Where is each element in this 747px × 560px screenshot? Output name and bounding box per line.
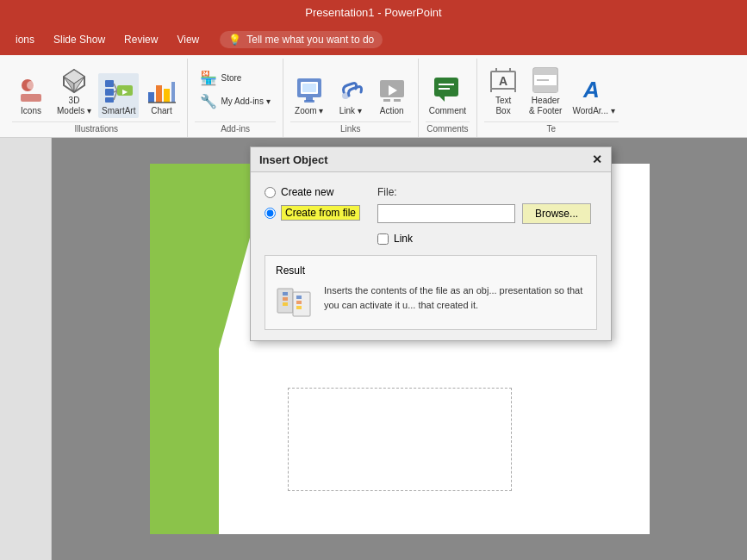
text-box-button[interactable]: A TextBox	[484, 63, 522, 118]
smartart-button[interactable]: ▶ SmartArt	[98, 73, 139, 118]
ribbon-group-illustrations: Icons 3DModels ▾	[5, 59, 188, 137]
svg-point-25	[342, 92, 349, 99]
content-placeholder[interactable]	[288, 388, 512, 491]
create-from-file-label: Create from file	[281, 205, 360, 221]
menu-bar: ions Slide Show Review View 💡 Tell me wh…	[0, 24, 747, 55]
dialog-title-bar: Insert Object ✕	[251, 147, 611, 172]
action-icon	[377, 75, 408, 106]
svg-rect-51	[296, 301, 302, 304]
action-label: Action	[380, 106, 404, 116]
svg-rect-30	[434, 78, 458, 96]
svg-rect-50	[296, 296, 302, 299]
svg-rect-24	[304, 100, 314, 103]
menu-item-view[interactable]: View	[168, 30, 208, 49]
title-bar: Presentation1 - PowerPoint	[0, 0, 747, 24]
result-title: Result	[276, 264, 586, 277]
comment-button[interactable]: Comment	[426, 73, 470, 118]
svg-line-10	[114, 84, 117, 90]
svg-rect-7	[105, 80, 114, 87]
icons-button[interactable]: Icons	[12, 73, 50, 118]
header-footer-button[interactable]: Header& Footer	[526, 63, 565, 118]
slide-canvas[interactable]: Insert Object ✕ Create new Create from f…	[52, 138, 747, 560]
create-from-file-radio[interactable]	[265, 208, 276, 219]
3d-models-label: 3DModels ▾	[57, 96, 91, 116]
insert-object-dialog: Insert Object ✕ Create new Create from f…	[250, 146, 612, 341]
svg-rect-42	[533, 85, 557, 92]
link-icon	[335, 75, 366, 106]
file-input[interactable]	[377, 204, 515, 223]
text-items: A TextBox	[484, 60, 619, 121]
text-box-icon: A	[488, 65, 519, 96]
dialog-body: Create new Create from file File: Browse…	[251, 172, 611, 340]
menu-item-slideshow[interactable]: Slide Show	[45, 30, 114, 49]
svg-rect-8	[105, 89, 114, 96]
svg-text:A: A	[499, 74, 507, 88]
chart-icon	[146, 75, 177, 106]
zoom-icon	[294, 75, 325, 106]
svg-rect-46	[283, 292, 288, 296]
search-box[interactable]: 💡 Tell me what you want to do	[220, 31, 383, 48]
svg-rect-28	[383, 99, 390, 102]
ribbon-group-links: Zoom ▾ Link ▾	[283, 59, 419, 137]
svg-text:▶: ▶	[122, 88, 128, 96]
zoom-button[interactable]: Zoom ▾	[290, 73, 328, 118]
menu-item-review[interactable]: Review	[115, 30, 166, 49]
svg-rect-1	[21, 94, 41, 102]
svg-rect-16	[156, 85, 162, 103]
comment-label: Comment	[429, 106, 466, 116]
ribbon-group-text: A TextBox	[477, 59, 626, 137]
svg-rect-15	[148, 92, 154, 103]
links-group-label: Links	[290, 121, 411, 135]
link-checkbox-row: Link	[377, 233, 591, 245]
addins-items: 🏪 Store 🔧 My Add-ins ▾	[195, 60, 275, 121]
dialog-title: Insert Object	[259, 153, 327, 166]
result-section: Result	[265, 255, 597, 330]
svg-text:A: A	[582, 77, 600, 103]
comment-icon	[432, 75, 463, 106]
header-footer-label: Header& Footer	[529, 96, 562, 116]
dialog-close-icon[interactable]: ✕	[592, 152, 602, 166]
comments-items: Comment	[426, 60, 470, 121]
title-text: Presentation1 - PowerPoint	[305, 6, 441, 19]
svg-rect-47	[283, 297, 288, 301]
smartart-icon: ▶	[103, 75, 134, 106]
smartart-label: SmartArt	[102, 106, 135, 116]
my-addins-button[interactable]: 🔧 My Add-ins ▾	[195, 91, 275, 111]
3d-models-button[interactable]: 3DModels ▾	[53, 63, 95, 118]
svg-rect-52	[296, 306, 302, 309]
ribbon-group-addins: 🏪 Store 🔧 My Add-ins ▾ Add-ins	[188, 59, 283, 137]
store-label: Store	[221, 73, 241, 83]
result-description: Inserts the contents of the file as an o…	[324, 283, 586, 312]
svg-rect-22	[302, 84, 316, 92]
chart-label: Chart	[151, 106, 171, 116]
wordart-button[interactable]: A WordAr... ▾	[569, 73, 618, 118]
store-button[interactable]: 🏪 Store	[195, 68, 246, 88]
slide-area: Insert Object ✕ Create new Create from f…	[0, 138, 747, 560]
text-group-label: Te	[484, 121, 619, 135]
text-box-label: TextBox	[495, 96, 511, 116]
svg-rect-29	[394, 99, 401, 102]
svg-point-2	[27, 81, 35, 90]
link-button[interactable]: Link ▾	[332, 73, 370, 118]
illustrations-items: Icons 3DModels ▾	[12, 60, 180, 121]
ribbon-group-comments: Comment Comments	[419, 59, 477, 137]
chart-button[interactable]: Chart	[142, 73, 180, 118]
ribbon: Icons 3DModels ▾	[0, 55, 747, 138]
my-addins-icon: 🔧	[200, 93, 217, 109]
link-checkbox[interactable]	[377, 233, 389, 245]
radio-options: Create new Create from file	[265, 186, 360, 227]
comments-group-label: Comments	[426, 121, 470, 135]
icons-icon	[16, 75, 47, 106]
result-content: Inserts the contents of the file as an o…	[276, 283, 586, 320]
file-section: File: Browse... Link	[377, 186, 591, 245]
lightbulb-icon: 💡	[228, 34, 241, 46]
browse-button[interactable]: Browse...	[522, 203, 591, 224]
menu-item-ions[interactable]: ions	[7, 30, 43, 49]
svg-rect-48	[283, 302, 288, 306]
action-button[interactable]: Action	[373, 73, 411, 118]
store-icon: 🏪	[200, 70, 217, 86]
svg-rect-41	[533, 68, 557, 75]
icons-label: Icons	[21, 106, 41, 116]
create-new-radio[interactable]	[265, 187, 276, 198]
create-new-row: Create new	[265, 186, 360, 198]
